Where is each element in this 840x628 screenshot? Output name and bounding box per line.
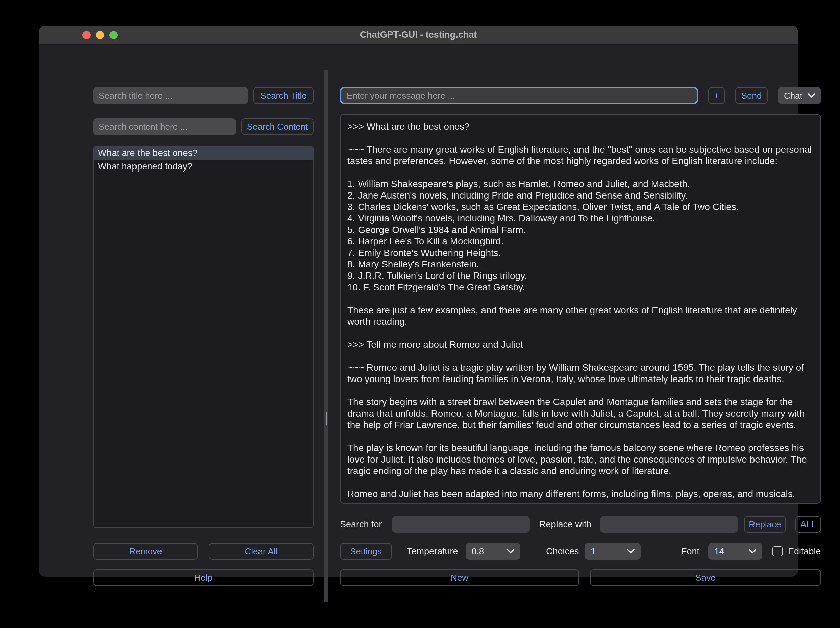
editable-checkbox[interactable]	[772, 546, 783, 556]
temperature-select[interactable]: 0.8	[466, 543, 520, 560]
help-button[interactable]: Help	[93, 569, 314, 586]
chevron-down-icon	[507, 549, 514, 554]
font-label: Font	[681, 543, 699, 560]
list-item-selected[interactable]: What are the best ones?	[94, 146, 313, 160]
chevron-down-icon	[808, 93, 815, 98]
font-size-select[interactable]: 14	[708, 543, 762, 560]
new-button[interactable]: New	[340, 569, 579, 586]
temperature-value: 0.8	[472, 546, 484, 556]
screen: ChatGPT-GUI - testing.chat Search Title …	[0, 0, 840, 628]
add-button[interactable]: +	[708, 87, 725, 104]
settings-button[interactable]: Settings	[340, 543, 392, 560]
mode-select-value: Chat	[784, 90, 802, 101]
mode-select[interactable]: Chat	[778, 87, 821, 104]
replace-with-input[interactable]	[600, 516, 738, 533]
window-title: ChatGPT-GUI - testing.chat	[38, 26, 798, 44]
search-title-input[interactable]	[93, 87, 248, 104]
conversation-text: >>> What are the best ones? ~~~ There ar…	[347, 121, 814, 500]
search-title-button[interactable]: Search Title	[253, 87, 314, 104]
search-for-label: Search for	[340, 516, 382, 533]
choices-label: Choices	[546, 543, 579, 560]
search-content-input[interactable]	[93, 118, 236, 135]
replace-with-label: Replace with	[539, 516, 592, 533]
chat-history-list: What are the best ones? What happened to…	[93, 146, 314, 528]
clear-all-button[interactable]: Clear All	[209, 543, 314, 560]
app-window: ChatGPT-GUI - testing.chat Search Title …	[38, 26, 798, 577]
replace-all-button[interactable]: ALL	[796, 516, 821, 533]
chevron-down-icon	[749, 549, 756, 554]
titlebar: ChatGPT-GUI - testing.chat	[38, 26, 798, 44]
remove-button[interactable]: Remove	[93, 543, 198, 560]
font-size-value: 14	[714, 546, 724, 556]
list-item[interactable]: What happened today?	[94, 160, 313, 173]
save-button[interactable]: Save	[590, 569, 821, 586]
message-input[interactable]	[340, 87, 698, 104]
editable-label: Editable	[788, 543, 821, 560]
choices-select[interactable]: 1	[584, 543, 641, 560]
chevron-down-icon	[627, 549, 635, 554]
conversation-area[interactable]: >>> What are the best ones? ~~~ There ar…	[340, 114, 821, 504]
pane-splitter[interactable]	[324, 70, 328, 602]
splitter-handle-icon	[325, 412, 327, 425]
search-content-button[interactable]: Search Content	[241, 118, 314, 135]
replace-button[interactable]: Replace	[744, 516, 786, 533]
temperature-label: Temperature	[407, 543, 458, 560]
send-button[interactable]: Send	[735, 87, 768, 104]
search-for-input[interactable]	[392, 516, 530, 533]
choices-value: 1	[591, 546, 595, 556]
